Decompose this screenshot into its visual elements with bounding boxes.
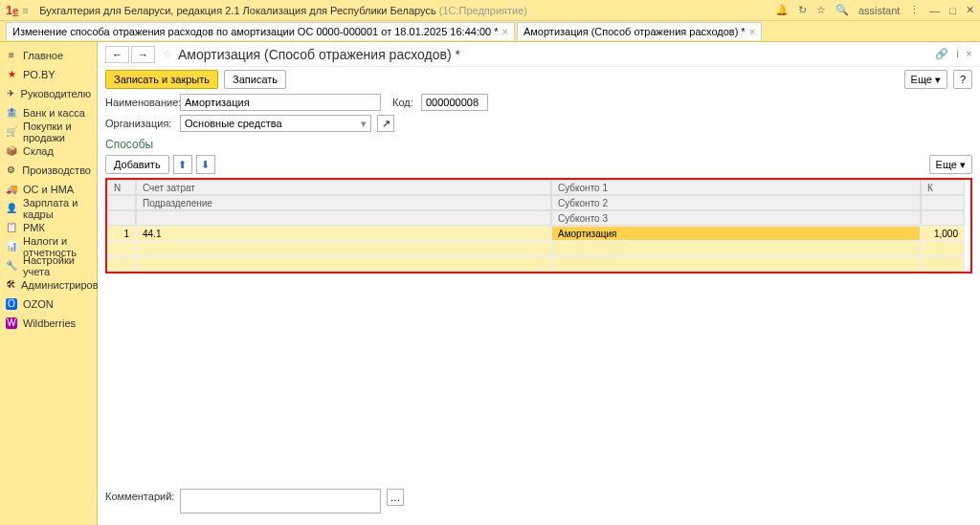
col-account[interactable]: Счет затрат bbox=[136, 180, 551, 195]
sidebar-item-stock[interactable]: 📦Склад bbox=[0, 142, 97, 161]
sidebar-item-poby[interactable]: ★PO.BY bbox=[0, 65, 97, 84]
cell-sub3[interactable] bbox=[551, 256, 921, 272]
settings-icon[interactable]: ⋮ bbox=[909, 4, 920, 16]
tab-1[interactable]: Амортизация (Способ отражения расходов) … bbox=[517, 22, 762, 40]
tools-icon: 🛠 bbox=[6, 279, 15, 291]
section-title: Способы bbox=[98, 134, 980, 153]
person-icon: 👤 bbox=[6, 203, 17, 214]
back-button[interactable]: ← bbox=[105, 46, 129, 63]
star-icon: ★ bbox=[6, 69, 17, 80]
col-k[interactable]: К bbox=[921, 180, 965, 195]
home-icon: ≡ bbox=[6, 50, 17, 61]
sidebar-item-ozon[interactable]: OOZON bbox=[0, 295, 97, 314]
app-logo: 1e bbox=[6, 3, 18, 17]
search-icon[interactable]: 🔍 bbox=[835, 4, 849, 16]
bell-icon[interactable]: 🔔 bbox=[775, 4, 789, 16]
cell-sub2[interactable] bbox=[551, 241, 921, 256]
org-select[interactable]: Основные средства▾ bbox=[180, 115, 371, 132]
sidebar-item-settings[interactable]: 🔧Настройки учета bbox=[0, 256, 97, 275]
chart-icon: ✈ bbox=[6, 88, 15, 99]
gear-icon: ⚙ bbox=[6, 164, 16, 176]
maximize-icon[interactable]: □ bbox=[949, 5, 956, 16]
user-label: assistant bbox=[858, 5, 900, 16]
star-icon[interactable]: ☆ bbox=[816, 4, 826, 16]
table-row[interactable]: 1 44.1 Амортизация 1,000 bbox=[107, 226, 970, 241]
code-input[interactable] bbox=[421, 94, 488, 111]
sidebar-item-hr[interactable]: 👤Зарплата и кадры bbox=[0, 199, 97, 218]
report-icon: 📊 bbox=[6, 241, 17, 252]
favorite-icon[interactable]: ☆ bbox=[163, 48, 172, 60]
move-down-button[interactable]: ⬇ bbox=[196, 155, 215, 174]
sidebar-item-main[interactable]: ≡Главное bbox=[0, 46, 97, 65]
cell-account[interactable]: 44.1 bbox=[136, 226, 551, 241]
history-icon[interactable]: ↻ bbox=[798, 4, 807, 16]
tab-label: Амортизация (Способ отражения расходов) … bbox=[523, 26, 746, 37]
methods-table: N Счет затрат Субконто 1 К Подразделение… bbox=[105, 178, 972, 273]
col-division[interactable]: Подразделение bbox=[136, 195, 551, 210]
menu-icon[interactable]: ≡ bbox=[22, 5, 33, 16]
sidebar-item-bank[interactable]: 🏦Банк и касса bbox=[0, 103, 97, 122]
org-label: Организация: bbox=[105, 118, 174, 129]
sidebar-item-production[interactable]: ⚙Производство bbox=[0, 161, 97, 180]
table-more-button[interactable]: Еще ▾ bbox=[929, 155, 972, 174]
col-sub1[interactable]: Субконто 1 bbox=[551, 180, 921, 195]
sidebar-item-taxes[interactable]: 📊Налоги и отчетность bbox=[0, 237, 97, 256]
sidebar-item-admin[interactable]: 🛠Администрирование bbox=[0, 275, 97, 295]
cell-sub1[interactable]: Амортизация bbox=[551, 226, 921, 241]
chevron-down-icon: ▾ bbox=[361, 118, 367, 130]
col-n[interactable]: N bbox=[107, 180, 136, 195]
tab-close-icon[interactable]: × bbox=[502, 26, 508, 37]
table-row[interactable] bbox=[107, 241, 970, 256]
sidebar-item-sales[interactable]: 🛒Покупки и продажи bbox=[0, 122, 97, 142]
app-title: Бухгалтерия для Беларуси, редакция 2.1 Л… bbox=[39, 5, 527, 16]
move-up-button[interactable]: ⬆ bbox=[173, 155, 192, 174]
sidebar: ≡Главное ★PO.BY ✈Руководителю 🏦Банк и ка… bbox=[0, 42, 98, 525]
box-icon: 📦 bbox=[6, 145, 17, 157]
table-row[interactable] bbox=[107, 256, 970, 272]
sidebar-item-director[interactable]: ✈Руководителю bbox=[0, 84, 97, 103]
truck-icon: 🚚 bbox=[6, 184, 17, 195]
save-close-button[interactable]: Записать и закрыть bbox=[105, 70, 218, 89]
tab-0[interactable]: Изменение способа отражения расходов по … bbox=[6, 22, 515, 40]
cart-icon: 🛒 bbox=[6, 126, 17, 138]
ozon-icon: O bbox=[6, 298, 17, 310]
name-input[interactable] bbox=[180, 94, 381, 111]
wb-icon: W bbox=[6, 317, 17, 329]
comment-input[interactable] bbox=[180, 489, 381, 514]
wrench-icon: 🔧 bbox=[6, 260, 17, 272]
save-button[interactable]: Записать bbox=[224, 70, 286, 89]
close-icon[interactable]: ✕ bbox=[966, 4, 974, 16]
cell-n: 1 bbox=[107, 226, 136, 241]
tab-close-icon[interactable]: × bbox=[749, 26, 755, 37]
add-button[interactable]: Добавить bbox=[105, 155, 169, 174]
bank-icon: 🏦 bbox=[6, 107, 17, 119]
info-icon[interactable]: ⅰ bbox=[956, 48, 959, 60]
help-button[interactable]: ? bbox=[953, 70, 972, 89]
cell-k[interactable]: 1,000 bbox=[921, 226, 965, 241]
page-title: Амортизация (Способ отражения расходов) … bbox=[178, 47, 460, 62]
expand-comment-icon[interactable]: … bbox=[387, 489, 404, 506]
code-label: Код: bbox=[392, 97, 415, 108]
sidebar-item-rmk[interactable]: 📋РМК bbox=[0, 218, 97, 237]
more-button[interactable]: Еще ▾ bbox=[904, 70, 947, 89]
forward-button[interactable]: → bbox=[131, 46, 155, 63]
col-sub2[interactable]: Субконто 2 bbox=[551, 195, 921, 210]
open-ref-icon[interactable]: ↗ bbox=[377, 115, 394, 132]
cell-division[interactable] bbox=[136, 241, 551, 256]
sidebar-item-assets[interactable]: 🚚ОС и НМА bbox=[0, 180, 97, 199]
link-icon[interactable]: 🔗 bbox=[935, 48, 948, 60]
comment-label: Комментарий: bbox=[105, 489, 174, 502]
close-form-icon[interactable]: × bbox=[967, 48, 972, 60]
col-sub3[interactable]: Субконто 3 bbox=[551, 210, 921, 226]
name-label: Наименование: bbox=[105, 97, 174, 108]
clipboard-icon: 📋 bbox=[6, 222, 17, 233]
minimize-icon[interactable]: — bbox=[929, 5, 940, 16]
tab-label: Изменение способа отражения расходов по … bbox=[12, 26, 499, 37]
sidebar-item-wb[interactable]: WWildberries bbox=[0, 314, 97, 333]
